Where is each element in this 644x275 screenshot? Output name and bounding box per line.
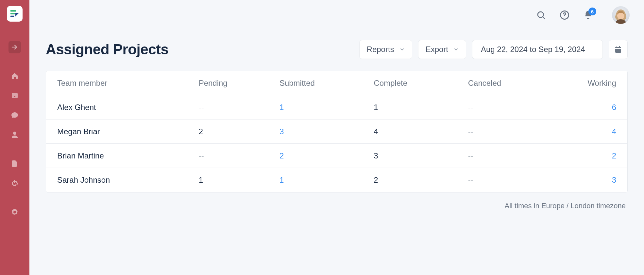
- topbar: 6: [29, 0, 644, 30]
- inbox-icon: [11, 92, 19, 100]
- cell-canceled: --: [468, 103, 549, 112]
- calendar-icon: [614, 46, 622, 53]
- help-icon: [560, 10, 569, 20]
- sidebar-item-chat[interactable]: [0, 105, 29, 125]
- svg-rect-0: [10, 10, 16, 12]
- cell-canceled: --: [468, 151, 549, 160]
- reports-dropdown[interactable]: Reports: [359, 40, 412, 59]
- sidebar-item-document[interactable]: [0, 154, 29, 174]
- avatar-image: [612, 6, 630, 24]
- sidebar: [0, 0, 29, 275]
- sidebar-item-settings[interactable]: [0, 202, 29, 222]
- table-header: Team member Pending Submitted Complete C…: [46, 71, 627, 95]
- notifications-button[interactable]: 6: [583, 9, 594, 21]
- cell-complete: 1: [374, 103, 468, 112]
- col-team-member: Team member: [57, 79, 199, 88]
- cell-complete: 3: [374, 151, 468, 160]
- export-label: Export: [426, 45, 448, 54]
- cell-member: Brian Martine: [57, 151, 199, 160]
- avatar[interactable]: [612, 6, 630, 24]
- content: Assigned Projects Reports Export Aug 22,…: [29, 30, 644, 223]
- app-logo[interactable]: [7, 6, 23, 22]
- sidebar-item-forward[interactable]: [0, 37, 29, 57]
- col-submitted: Submitted: [280, 79, 374, 88]
- sidebar-item-home[interactable]: [0, 66, 29, 86]
- projects-table: Team member Pending Submitted Complete C…: [46, 71, 628, 192]
- cell-pending: 1: [199, 175, 280, 185]
- chevron-down-icon: [399, 45, 405, 54]
- svg-point-5: [564, 17, 565, 18]
- reports-label: Reports: [367, 45, 394, 54]
- arrow-right-box-icon: [11, 43, 19, 51]
- sync-icon: [11, 179, 19, 187]
- cell-submitted[interactable]: 1: [280, 103, 374, 112]
- col-canceled: Canceled: [468, 79, 549, 88]
- date-range-value: Aug 22, 2024 to Sep 19, 2024: [481, 45, 585, 54]
- svg-rect-1: [10, 13, 15, 14]
- cell-canceled: --: [468, 175, 549, 185]
- cell-complete: 4: [374, 127, 468, 136]
- cell-working[interactable]: 2: [549, 151, 616, 160]
- timezone-note: All times in Europe / London timezone: [46, 202, 628, 210]
- cell-complete: 2: [374, 175, 468, 185]
- table-row: Brian Martine--23--2: [46, 144, 627, 168]
- table-row: Megan Briar234--4: [46, 119, 627, 144]
- col-pending: Pending: [199, 79, 280, 88]
- settings-gear-icon: [11, 208, 19, 216]
- page-title: Assigned Projects: [46, 41, 168, 58]
- search-button[interactable]: [535, 9, 547, 21]
- col-complete: Complete: [374, 79, 468, 88]
- home-icon: [11, 72, 19, 80]
- sidebar-item-sync[interactable]: [0, 174, 29, 193]
- calendar-button[interactable]: [609, 40, 628, 59]
- export-dropdown[interactable]: Export: [418, 40, 466, 59]
- search-icon: [536, 10, 546, 20]
- cell-submitted[interactable]: 2: [280, 151, 374, 160]
- cell-working[interactable]: 4: [549, 127, 616, 136]
- notification-badge: 6: [588, 8, 596, 15]
- table-row: Sarah Johnson112--3: [46, 168, 627, 192]
- main-area: 6: [29, 0, 644, 275]
- user-icon: [11, 131, 19, 139]
- help-button[interactable]: [559, 9, 570, 21]
- cell-pending: 2: [199, 127, 280, 136]
- chevron-down-icon: [453, 45, 459, 54]
- cell-working[interactable]: 3: [549, 175, 616, 185]
- cell-canceled: --: [468, 127, 549, 136]
- svg-rect-2: [10, 16, 14, 17]
- cell-submitted[interactable]: 3: [280, 127, 374, 136]
- document-icon: [11, 160, 19, 168]
- sidebar-item-inbox[interactable]: [0, 86, 29, 105]
- page-header: Assigned Projects Reports Export Aug 22,…: [46, 40, 628, 59]
- cell-pending: --: [199, 103, 280, 112]
- cell-member: Megan Briar: [57, 127, 199, 136]
- table-row: Alex Ghent--11--6: [46, 95, 627, 119]
- cell-member: Alex Ghent: [57, 103, 199, 112]
- chat-icon: [11, 111, 19, 119]
- cell-submitted[interactable]: 1: [280, 175, 374, 185]
- cell-working[interactable]: 6: [549, 103, 616, 112]
- cell-member: Sarah Johnson: [57, 175, 199, 185]
- header-controls: Reports Export Aug 22, 2024 to Sep 19, 2…: [359, 40, 628, 59]
- sidebar-item-user[interactable]: [0, 125, 29, 145]
- col-working: Working: [549, 79, 616, 88]
- cell-pending: --: [199, 151, 280, 160]
- date-range-field[interactable]: Aug 22, 2024 to Sep 19, 2024: [472, 40, 603, 59]
